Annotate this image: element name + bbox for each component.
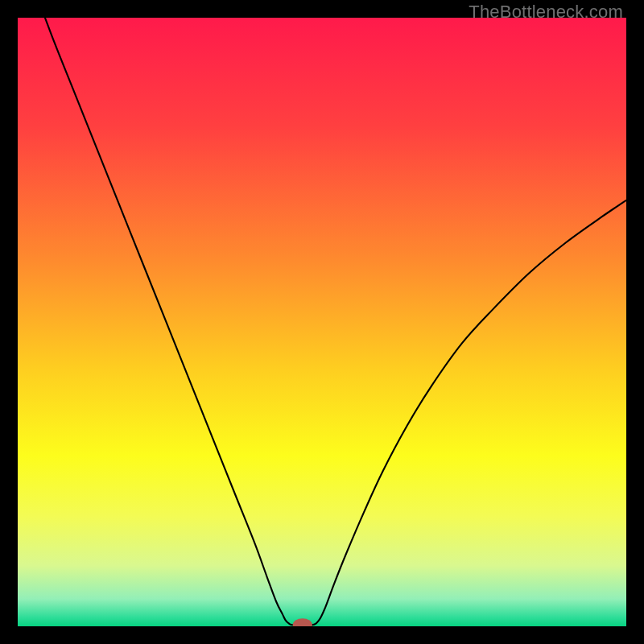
chart-background-gradient <box>18 18 626 626</box>
chart-frame <box>18 18 626 626</box>
watermark-text: TheBottleneck.com <box>469 2 623 23</box>
bottleneck-chart <box>18 18 626 626</box>
